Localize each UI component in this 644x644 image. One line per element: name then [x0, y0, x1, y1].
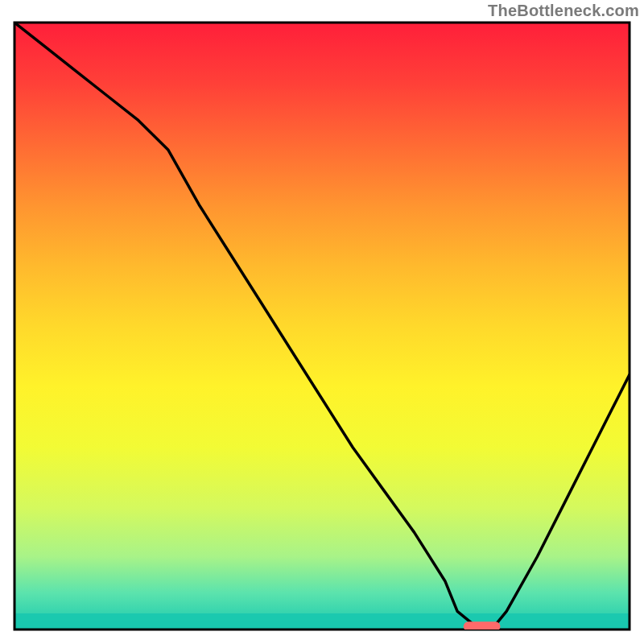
gradient-background	[14, 23, 630, 630]
watermark-text: TheBottleneck.com	[488, 2, 639, 20]
bottleneck-chart: TheBottleneck.com	[0, 0, 644, 644]
plot-area	[14, 23, 630, 630]
chart-svg	[0, 0, 644, 644]
green-band	[14, 613, 630, 630]
